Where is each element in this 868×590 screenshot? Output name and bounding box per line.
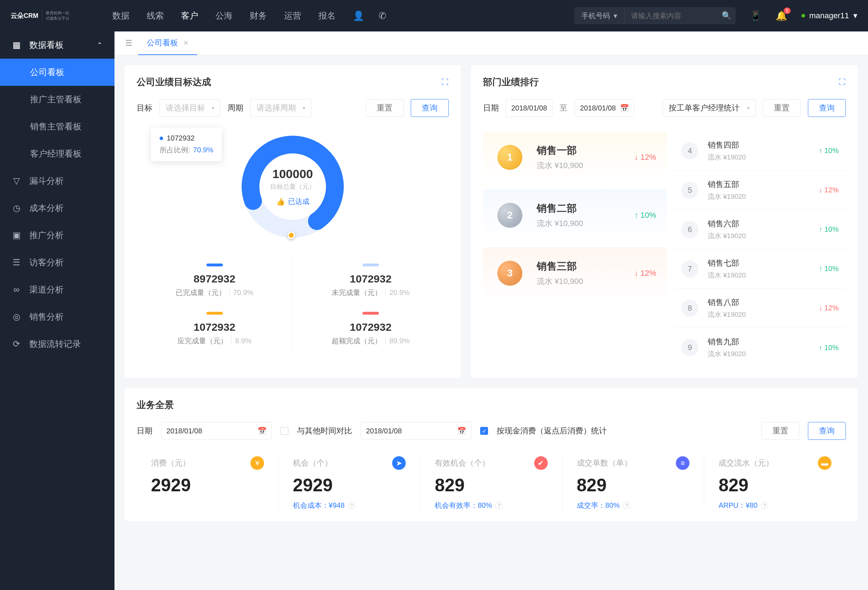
sidebar: ▦ 数据看板 ⌃ 公司看板 推广主管看板 销售主管看板 客户经理看板 ▽漏斗分析…	[0, 31, 115, 590]
status-dot-icon	[802, 14, 805, 18]
rank-row[interactable]: 4销售四部流水 ¥19020↑ 10%	[674, 131, 846, 171]
rank-row[interactable]: 8销售八部流水 ¥19020↓ 12%	[674, 288, 846, 328]
stat-remaining: 1072932 未完成量（元）20.9%	[293, 256, 449, 305]
nav-ops[interactable]: 运营	[284, 10, 301, 21]
nav-customers[interactable]: 客户	[181, 10, 198, 21]
search: 手机号码 ▾ 🔍	[574, 7, 736, 24]
date-to-input[interactable]: 2018/01/08📅	[574, 99, 634, 117]
history-icon: ⟳	[12, 339, 21, 349]
help-icon[interactable]: ?	[348, 502, 355, 509]
date-from-input[interactable]: 2018/01/08	[506, 99, 552, 117]
target-icon: ◎	[12, 312, 21, 322]
phone-icon[interactable]: ✆	[379, 10, 387, 21]
rank-card-1[interactable]: 1 销售一部流水 ¥10,900 ↓12%	[483, 131, 667, 184]
sidebar-sub-promo-manager[interactable]: 推广主管看板	[0, 86, 115, 113]
kpi-row: 消费（元）￥ 2929 机会（个）➤ 2929 机会成本：¥948? 有效机会（…	[137, 456, 846, 510]
down-icon: ↓	[819, 186, 824, 194]
query-button[interactable]: 查询	[808, 99, 846, 117]
person-icon[interactable]: 👤	[353, 10, 364, 21]
kpi-spend: 消费（元）￥ 2929	[137, 456, 279, 510]
rank-row[interactable]: 7销售七部流水 ¥19020↑ 10%	[674, 249, 846, 288]
reset-button[interactable]: 重置	[366, 99, 404, 117]
tab-label: 公司看板	[147, 38, 178, 48]
sidebar-promo[interactable]: ▣推广分析	[0, 222, 115, 249]
sidebar-flow[interactable]: ⟳数据流转记录	[0, 330, 115, 358]
expand-icon[interactable]: ⛶	[441, 78, 449, 86]
sidebar-sales[interactable]: ◎销售分析	[0, 303, 115, 330]
search-input[interactable]	[625, 7, 718, 24]
delta-down: ↓12%	[634, 269, 656, 278]
delta-up: ↑10%	[634, 210, 656, 220]
tab-company-dashboard[interactable]: 公司看板 ✕	[138, 31, 197, 55]
period-label: 周期	[227, 103, 243, 113]
compare-date-input[interactable]: 2018/01/08📅	[361, 422, 472, 440]
stat-expected: 1072932 应完成量（元）8.9%	[137, 305, 293, 353]
search-button[interactable]: 🔍	[718, 11, 736, 21]
donut-total: 100000	[272, 167, 313, 181]
sidebar-group-dashboard[interactable]: ▦ 数据看板 ⌃	[0, 31, 115, 59]
bronze-medal-icon: 3	[494, 257, 526, 289]
down-icon: ↓	[634, 269, 638, 278]
rank-card-3[interactable]: 3 销售三部流水 ¥10,900 ↓12%	[483, 247, 667, 299]
date-label: 日期	[137, 425, 152, 436]
reset-button[interactable]: 重置	[762, 422, 799, 440]
sidebar-funnel[interactable]: ▽漏斗分析	[0, 167, 115, 194]
device-icon[interactable]: 📱	[750, 10, 762, 21]
expand-icon[interactable]: ⛶	[838, 78, 846, 86]
logo[interactable]: 云朵CRM 教育机构一站 式服务云平台	[11, 10, 69, 21]
nav-icon-group: 👤 ✆	[353, 10, 387, 21]
overview-panel: 业务全景 日期 2018/01/08📅 与其他时间对比 2018/01/08📅 …	[124, 388, 858, 521]
stat-completed: 8972932 已完成量（元）70.9%	[137, 256, 293, 305]
notifications[interactable]: 🔔 5	[776, 10, 787, 21]
reset-button[interactable]: 重置	[763, 99, 801, 117]
sidebar-sub-sales-manager[interactable]: 销售主管看板	[0, 113, 115, 140]
sidebar-sub-company[interactable]: 公司看板	[0, 59, 115, 86]
help-icon[interactable]: ?	[496, 502, 503, 509]
donut-label: 目标总量（元）	[270, 182, 315, 191]
sidebar-channel[interactable]: ∞渠道分析	[0, 276, 115, 303]
rank-row[interactable]: 9销售九部流水 ¥19020↑ 10%	[674, 328, 846, 367]
query-button[interactable]: 查询	[808, 422, 846, 440]
help-icon[interactable]: ?	[761, 502, 768, 509]
user-menu[interactable]: manager11 ▾	[802, 11, 857, 21]
nav-public[interactable]: 公海	[216, 10, 233, 21]
rank-title: 部门业绩排行	[483, 76, 539, 88]
calendar-icon: 📅	[457, 427, 466, 435]
dashboard-icon: ▦	[12, 40, 21, 50]
rank-row[interactable]: 6销售六部流水 ¥19020↑ 10%	[674, 210, 846, 249]
goal-panel: 公司业绩目标达成 ⛶ 目标 请选择目标▾ 周期 请选择周期▾ 重置 查询	[124, 65, 461, 378]
query-button[interactable]: 查询	[411, 99, 449, 117]
compare-label: 与其他时间对比	[297, 425, 352, 436]
bar-icon	[207, 263, 223, 266]
period-select[interactable]: 请选择周期▾	[251, 99, 311, 117]
close-icon[interactable]: ✕	[183, 39, 189, 47]
nav-data[interactable]: 数据	[112, 10, 130, 21]
compare-checkbox[interactable]	[280, 427, 288, 435]
search-type-select[interactable]: 手机号码 ▾	[574, 7, 625, 24]
funnel-icon: ▽	[12, 176, 21, 186]
nav-finance[interactable]: 财务	[250, 10, 267, 21]
channel-icon: ∞	[12, 285, 21, 295]
groupby-select[interactable]: 按工单客户经理统计▾	[663, 99, 756, 117]
rank-row[interactable]: 5销售五部流水 ¥19020↓ 12%	[674, 171, 846, 210]
rank-card-2[interactable]: 2 销售二部流水 ¥10,900 ↑10%	[483, 189, 667, 241]
bar-icon	[362, 312, 379, 315]
goal-title: 公司业绩目标达成	[137, 76, 211, 88]
sidebar-visitor[interactable]: ☰访客分析	[0, 249, 115, 276]
nav-leads[interactable]: 线索	[147, 10, 164, 21]
search-type-label: 手机号码	[582, 11, 610, 21]
target-label: 目标	[137, 103, 152, 113]
help-icon[interactable]: ?	[623, 502, 630, 509]
chevron-down-icon: ▾	[303, 105, 305, 111]
sidebar-sub-account-manager[interactable]: 客户经理看板	[0, 140, 115, 167]
sidebar-cost[interactable]: ◷成本分析	[0, 194, 115, 222]
achieved-badge: 👍已达成	[276, 197, 310, 206]
target-select[interactable]: 请选择目标▾	[159, 99, 220, 117]
up-icon: ↑	[634, 210, 638, 220]
list-icon: ≡	[676, 456, 689, 470]
date-input[interactable]: 2018/01/08📅	[161, 422, 272, 440]
collapse-sidebar-button[interactable]: ☰	[120, 38, 138, 48]
cash-checkbox[interactable]: ✓	[480, 427, 488, 435]
kpi-deals: 成交单数（单）≡ 829 成交率：80%?	[562, 456, 704, 510]
nav-signup[interactable]: 报名	[319, 10, 336, 21]
